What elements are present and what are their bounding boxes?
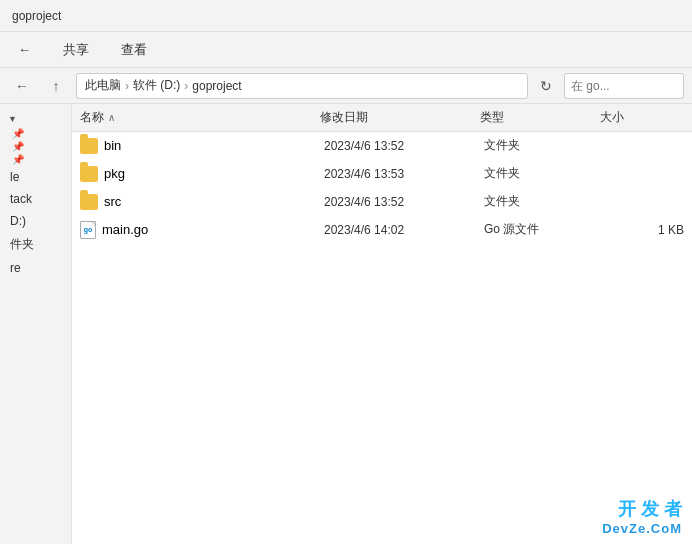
pin-icon-2: 📌 xyxy=(4,141,67,152)
sidebar-item-0[interactable]: le xyxy=(4,167,67,187)
file-type-src: 文件夹 xyxy=(484,193,604,210)
file-type-pkg: 文件夹 xyxy=(484,165,604,182)
file-content: 名称 ∧ 修改日期 类型 大小 bin 2023/4/6 13:52 文件夹 p… xyxy=(72,104,692,544)
toolbar-share[interactable]: 共享 xyxy=(57,37,95,63)
col-size-header[interactable]: 大小 xyxy=(600,109,680,126)
main-layout: ▼ 📌 📌 📌 le tack D:) 件夹 re 名称 ∧ 修改日期 类型 大… xyxy=(0,104,692,544)
file-name-src: src xyxy=(104,194,324,209)
toolbar-view[interactable]: 查看 xyxy=(115,37,153,63)
toolbar-back[interactable]: ← xyxy=(12,38,37,61)
file-item-pkg[interactable]: pkg 2023/4/6 13:53 文件夹 xyxy=(72,160,692,188)
folder-icon-src xyxy=(80,194,98,210)
search-input[interactable] xyxy=(564,73,684,99)
file-item-maingo[interactable]: go main.go 2023/4/6 14:02 Go 源文件 1 KB xyxy=(72,216,692,244)
address-path[interactable]: 此电脑 › 软件 (D:) › goproject xyxy=(76,73,528,99)
file-date-pkg: 2023/4/6 13:53 xyxy=(324,167,484,181)
file-item-bin[interactable]: bin 2023/4/6 13:52 文件夹 xyxy=(72,132,692,160)
title-bar: goproject xyxy=(0,0,692,32)
file-type-bin: 文件夹 xyxy=(484,137,604,154)
path-pc: 此电脑 xyxy=(85,77,121,94)
nav-forward-button[interactable]: ↑ xyxy=(42,74,70,98)
file-name-maingo: main.go xyxy=(102,222,324,237)
toolbar: ← 共享 查看 xyxy=(0,32,692,68)
sort-arrow-icon: ∧ xyxy=(108,112,115,123)
file-size-maingo: 1 KB xyxy=(604,223,684,237)
chevron-icon: ▼ xyxy=(8,114,17,124)
file-name-bin: bin xyxy=(104,138,324,153)
file-date-maingo: 2023/4/6 14:02 xyxy=(324,223,484,237)
sidebar-item-3[interactable]: 件夹 xyxy=(4,233,67,256)
folder-icon-pkg xyxy=(80,166,98,182)
folder-icon-bin xyxy=(80,138,98,154)
go-file-icon: go xyxy=(80,221,96,239)
quick-access-toggle[interactable]: ▼ xyxy=(4,112,67,126)
file-name-pkg: pkg xyxy=(104,166,324,181)
sidebar-item-4[interactable]: re xyxy=(4,258,67,278)
nav-back-button[interactable]: ← xyxy=(8,74,36,98)
col-name-header[interactable]: 名称 ∧ xyxy=(80,109,320,126)
sidebar-item-2[interactable]: D:) xyxy=(4,211,67,231)
address-bar: ← ↑ 此电脑 › 软件 (D:) › goproject ↻ xyxy=(0,68,692,104)
file-item-src[interactable]: src 2023/4/6 13:52 文件夹 xyxy=(72,188,692,216)
path-drive: 软件 (D:) xyxy=(133,77,180,94)
sidebar-item-1[interactable]: tack xyxy=(4,189,67,209)
path-sep-1: › xyxy=(125,79,129,93)
refresh-button[interactable]: ↻ xyxy=(534,74,558,98)
file-date-src: 2023/4/6 13:52 xyxy=(324,195,484,209)
pin-icon-1: 📌 xyxy=(4,128,67,139)
pin-icon-3: 📌 xyxy=(4,154,67,165)
sidebar: ▼ 📌 📌 📌 le tack D:) 件夹 re xyxy=(0,104,72,544)
col-date-header[interactable]: 修改日期 xyxy=(320,109,480,126)
col-type-header[interactable]: 类型 xyxy=(480,109,600,126)
file-type-maingo: Go 源文件 xyxy=(484,221,604,238)
path-folder: goproject xyxy=(192,79,241,93)
path-sep-2: › xyxy=(184,79,188,93)
file-date-bin: 2023/4/6 13:52 xyxy=(324,139,484,153)
col-name-label: 名称 xyxy=(80,109,104,126)
file-list-header: 名称 ∧ 修改日期 类型 大小 xyxy=(72,104,692,132)
title-bar-text: goproject xyxy=(12,9,61,23)
